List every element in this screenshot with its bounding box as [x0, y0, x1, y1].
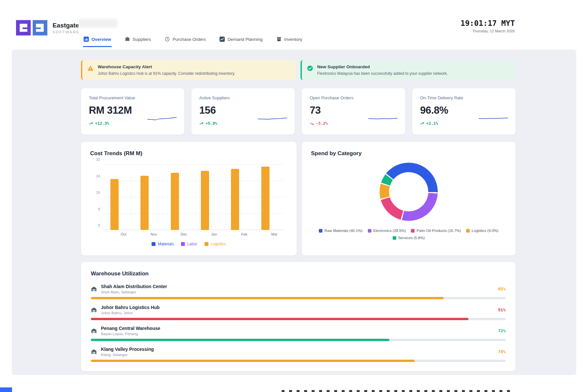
kpi-row: Total Procurement ValueRM 312M+12.3%Acti…: [81, 88, 515, 135]
gridline: [104, 164, 285, 165]
cost-trends-chart: 32241680: [90, 164, 287, 230]
x-tick-label: Oct: [104, 232, 134, 236]
kpi-label: On-Time Delivery Rate: [420, 95, 508, 100]
warehouse-location: Johor Bahru, Johor: [101, 311, 160, 315]
tab-label: Overview: [91, 37, 111, 42]
gridline: [104, 181, 285, 181]
warehouse-percent: 72%: [498, 328, 506, 333]
warehouse-icon: [91, 286, 97, 292]
dashboard-panel: Warehouse Capacity AlertJohor Bahru Logi…: [12, 50, 576, 375]
cropped-text-artifact: [282, 390, 510, 392]
kpi-card-total-procurement-value: Total Procurement ValueRM 312M+12.3%: [81, 88, 184, 135]
spend-legend: Raw Materials (40.1%)Electronics (28.5%)…: [311, 229, 506, 240]
bar-mar: [261, 167, 270, 230]
bottom-left-accent: [0, 387, 12, 392]
tab-inventory[interactable]: Inventory: [276, 37, 303, 47]
sparkline: [478, 113, 508, 122]
legend-item-logistics[interactable]: Logistics (9.0%): [466, 229, 498, 233]
bar-jan: [201, 171, 209, 230]
check-circle-icon: [307, 65, 313, 72]
utilization-fill: [91, 318, 468, 320]
legend-item-palm-oil-products[interactable]: Palm Oil Products (16.7%): [411, 229, 461, 233]
legend-item-raw-materials[interactable]: Raw Materials (40.1%): [319, 229, 362, 233]
legend-swatch: [368, 229, 371, 233]
warehouse-name: Penang Central Warehouse: [101, 326, 160, 331]
tab-label: Inventory: [284, 37, 302, 42]
warehouse-percent: 78%: [498, 349, 506, 354]
legend-item-labor[interactable]: Labor: [181, 242, 197, 246]
bar-dec: [171, 173, 179, 230]
brand: Eastgate SOFTWARE: [16, 20, 79, 36]
x-tick-label: Nov: [134, 232, 164, 236]
kpi-label: Open Purchase Orders: [310, 95, 397, 100]
brand-subtitle: SOFTWARE: [53, 30, 79, 34]
overview-icon: [84, 37, 89, 42]
trend-up-icon: [199, 122, 204, 126]
kpi-card-on-time-delivery-rate: On-Time Delivery Rate96.8%+2.1%: [412, 88, 515, 135]
legend-item-materials[interactable]: Materials: [152, 242, 174, 246]
utilization-track: [91, 360, 506, 362]
legend-item-logistics[interactable]: Logistics: [204, 242, 226, 246]
cost-trends-legend: MaterialsLaborLogistics: [90, 242, 287, 246]
alert-success: New Supplier OnboardedFlextronics Malays…: [301, 60, 515, 80]
alert-warning: Warehouse Capacity AlertJohor Bahru Logi…: [81, 60, 296, 80]
alerts-row: Warehouse Capacity AlertJohor Bahru Logi…: [81, 60, 515, 80]
y-tick-label: 24: [90, 174, 100, 178]
legend-swatch: [411, 229, 415, 233]
warehouse-name: Shah Alam Distribution Center: [101, 284, 167, 289]
warehouse-location: Klang, Selangor: [101, 353, 154, 357]
warehouse-percent: 91%: [498, 307, 506, 312]
spend-by-category-title: Spend by Category: [311, 150, 506, 157]
alert-title: New Supplier Onboarded: [317, 64, 448, 69]
utilization-track: [91, 339, 506, 341]
bar-oct: [110, 179, 119, 230]
bar-nov: [140, 176, 149, 230]
warehouse-icon: [91, 328, 97, 334]
legend-swatch: [319, 229, 322, 233]
legend-item-electronics[interactable]: Electronics (28.5%): [368, 229, 406, 233]
sparkline: [147, 113, 177, 122]
trend-up-icon: [89, 122, 93, 126]
kpi-delta: +5.8%: [199, 121, 287, 126]
kpi-delta: -3.2%: [310, 121, 397, 126]
trend-down-icon: [310, 122, 314, 126]
clock: 19:01:17 MYT Thursday, 12 March 2026: [461, 19, 515, 33]
spend-donut-chart: [380, 163, 438, 221]
tab-suppliers[interactable]: Suppliers: [124, 37, 152, 47]
y-tick-label: 16: [90, 190, 100, 194]
tab-purchase-orders[interactable]: Purchase Orders: [164, 37, 206, 47]
warehouse-row-penang-central-warehouse: Penang Central WarehouseBayan Lepas, Pen…: [91, 326, 506, 341]
plot-area: [104, 165, 285, 230]
warehouse-name: Johor Bahru Logistics Hub: [101, 305, 160, 310]
y-tick-label: 8: [90, 207, 100, 211]
inventory-icon: [276, 37, 282, 42]
eastgate-logo-icon: [16, 20, 48, 36]
kpi-card-open-purchase-orders: Open Purchase Orders73-3.2%: [302, 88, 405, 135]
utilization-fill: [91, 339, 389, 341]
gridline: [104, 230, 285, 230]
warehouse-row-shah-alam-distribution-center: Shah Alam Distribution CenterShah Alam, …: [91, 284, 506, 299]
tab-demand-planning[interactable]: Demand Planning: [219, 37, 263, 47]
trend-up-icon: [420, 122, 424, 126]
tab-overview[interactable]: Overview: [83, 37, 112, 47]
gridline: [104, 197, 285, 197]
legend-swatch: [204, 242, 208, 246]
warehouse-utilization-card: Warehouse Utilization Shah Alam Distribu…: [81, 262, 515, 371]
alert-message: Flextronics Malaysia has been successful…: [317, 71, 448, 76]
legend-swatch: [393, 236, 396, 240]
tab-label: Suppliers: [133, 37, 151, 42]
alert-title: Warehouse Capacity Alert: [98, 64, 235, 69]
nav-tabs: OverviewSuppliersPurchase OrdersDemand P…: [83, 37, 303, 47]
y-tick-label: 32: [90, 157, 100, 161]
utilization-fill: [91, 360, 415, 362]
utilization-fill: [91, 297, 444, 299]
legend-item-services[interactable]: Services (5.8%): [393, 236, 425, 240]
warehouse-rows: Shah Alam Distribution CenterShah Alam, …: [91, 284, 506, 362]
spend-by-category-card: Spend by Category Raw Materials (40.1%)E…: [302, 142, 515, 255]
x-tick-label: Jan: [194, 232, 224, 236]
tab-label: Demand Planning: [227, 37, 262, 42]
bar-feb: [231, 169, 239, 230]
x-tick-label: Dec: [164, 232, 194, 236]
gridline: [104, 213, 285, 214]
demand-planning-icon: [220, 37, 225, 42]
